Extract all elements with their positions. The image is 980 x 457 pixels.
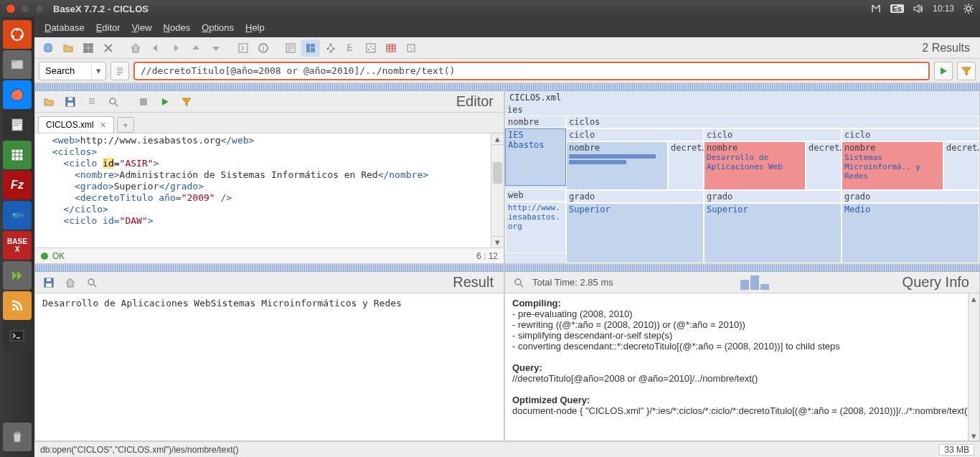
- panel-grid: Editor CICLOS.xml ✕ + <web>http://www.ie…: [34, 83, 980, 441]
- svg-rect-9: [11, 149, 23, 161]
- keyboard-indicator[interactable]: Es: [890, 4, 904, 13]
- home-icon[interactable]: [126, 39, 145, 57]
- launcher-gedit-icon[interactable]: [3, 110, 32, 139]
- open-icon[interactable]: [59, 39, 77, 57]
- launcher-filezilla-icon[interactable]: Fz: [3, 171, 32, 199]
- launcher-app-icon[interactable]: [3, 261, 32, 290]
- launcher-rss-icon[interactable]: [3, 291, 32, 320]
- menu-help[interactable]: Help: [241, 21, 269, 34]
- tree-view-icon[interactable]: [321, 39, 340, 57]
- menu-options[interactable]: Options: [197, 21, 238, 34]
- menu-nodes[interactable]: Nodes: [159, 21, 195, 34]
- forward-icon[interactable]: [166, 39, 185, 57]
- back-icon[interactable]: [146, 39, 165, 57]
- manage-icon[interactable]: [79, 39, 98, 57]
- tab-close-icon[interactable]: ✕: [100, 121, 106, 130]
- table-view-icon[interactable]: [382, 39, 400, 57]
- clock[interactable]: 10:13: [933, 4, 954, 14]
- open-file-icon[interactable]: [39, 93, 58, 110]
- window-maximize-button[interactable]: [34, 4, 44, 14]
- svg-point-4: [20, 35, 23, 38]
- up-icon[interactable]: [187, 39, 205, 57]
- menu-view[interactable]: View: [128, 21, 156, 34]
- save-icon[interactable]: [61, 93, 80, 110]
- close-db-icon[interactable]: [99, 39, 118, 57]
- launcher-bluefish-icon[interactable]: [3, 201, 32, 230]
- launcher-trash-icon[interactable]: [3, 423, 32, 451]
- launcher-firefox-icon[interactable]: [3, 80, 32, 109]
- qi-line: - simplifying descendant-or-self step(s): [512, 330, 672, 341]
- svg-point-45: [515, 279, 521, 285]
- window-close-button[interactable]: [6, 4, 16, 14]
- sound-icon[interactable]: [913, 3, 924, 14]
- editor-tabs: CICLOS.xml ✕ +: [35, 113, 504, 133]
- window-titlebar: BaseX 7.7.2 - CICLOS Es 10:13: [0, 0, 980, 17]
- map-value: Medio: [842, 203, 979, 263]
- search-mode-input[interactable]: [39, 62, 91, 80]
- explorer-view-icon[interactable]: [402, 39, 420, 57]
- find-result-icon[interactable]: [83, 274, 101, 291]
- scroll-down-icon[interactable]: ▾: [491, 236, 504, 248]
- editor-view-icon[interactable]: [234, 39, 253, 57]
- network-icon[interactable]: [870, 3, 882, 14]
- svg-rect-38: [67, 103, 73, 106]
- panel-drag-handle[interactable]: [35, 84, 504, 91]
- map-view-body[interactable]: CICLOS.xml ies nombre IES Abastos web ht…: [505, 91, 979, 263]
- scroll-up-icon[interactable]: ▴: [969, 293, 979, 303]
- editor-tab[interactable]: CICLOS.xml ✕: [38, 116, 114, 133]
- result-text[interactable]: Desarrollo de Aplicaciones WebSistemas M…: [35, 293, 504, 440]
- run-query-button[interactable]: [934, 62, 953, 80]
- stop-icon[interactable]: [134, 93, 153, 110]
- history-button[interactable]: [110, 62, 129, 80]
- window-minimize-button[interactable]: [20, 4, 30, 14]
- svg-rect-13: [11, 331, 24, 341]
- launcher-calc-icon[interactable]: [3, 141, 32, 169]
- map-view-icon[interactable]: [301, 39, 320, 57]
- plot-view-icon[interactable]: [362, 39, 380, 57]
- launcher-dash-icon[interactable]: [3, 20, 32, 49]
- filter-button[interactable]: [957, 62, 976, 80]
- filter-icon[interactable]: [177, 93, 196, 110]
- launcher-files-icon[interactable]: [3, 50, 32, 79]
- query-input[interactable]: [135, 65, 928, 76]
- svg-rect-17: [84, 49, 88, 52]
- query-info-body[interactable]: Compiling: - pre-evaluating (2008, 2010)…: [505, 293, 979, 440]
- search-mode-combo[interactable]: ▾: [39, 62, 106, 80]
- query-row: ▾: [34, 59, 980, 83]
- menu-editor[interactable]: Editor: [92, 21, 125, 34]
- qi-scrollbar[interactable]: ▴ ▾: [968, 293, 979, 440]
- home-result-icon[interactable]: [61, 274, 80, 291]
- info-view-icon[interactable]: i: [254, 39, 273, 57]
- launcher-basex-icon[interactable]: BASEX: [3, 231, 32, 260]
- query-input-wrap: [133, 62, 930, 80]
- scroll-thumb[interactable]: [493, 162, 502, 184]
- editor-scrollbar[interactable]: ▴ ▾: [491, 133, 504, 248]
- text-view-icon[interactable]: [281, 39, 300, 57]
- run-icon[interactable]: [156, 93, 174, 110]
- menu-database[interactable]: Database: [40, 21, 89, 34]
- panel-drag-handle[interactable]: [35, 265, 504, 272]
- qi-query-h: Query:: [512, 362, 542, 373]
- history-icon[interactable]: [83, 93, 101, 110]
- panel-drag-handle[interactable]: [505, 265, 979, 272]
- qi-line: - pre-evaluating (2008, 2010): [512, 308, 633, 319]
- scroll-down-icon[interactable]: ▾: [969, 430, 979, 440]
- code-content[interactable]: <web>http://www.iesabastos.org</web> <ci…: [35, 133, 491, 248]
- folder-view-icon[interactable]: [341, 39, 360, 57]
- launcher-terminal-icon[interactable]: [3, 321, 32, 350]
- find-qi-icon[interactable]: [509, 274, 528, 291]
- save-result-icon[interactable]: [39, 274, 58, 291]
- chevron-down-icon[interactable]: ▾: [91, 62, 105, 80]
- down-icon[interactable]: [207, 39, 225, 57]
- map-node: nombre: [569, 143, 665, 153]
- scroll-up-icon[interactable]: ▴: [491, 133, 504, 145]
- add-tab-button[interactable]: +: [117, 117, 134, 133]
- panel-drag-handle[interactable]: [505, 84, 979, 91]
- new-db-icon[interactable]: [39, 39, 57, 57]
- svg-rect-23: [306, 44, 310, 52]
- gear-icon[interactable]: [963, 3, 974, 14]
- svg-rect-15: [84, 44, 88, 47]
- svg-point-3: [11, 35, 14, 38]
- timing-bars-icon: [740, 275, 769, 290]
- find-icon[interactable]: [104, 93, 123, 110]
